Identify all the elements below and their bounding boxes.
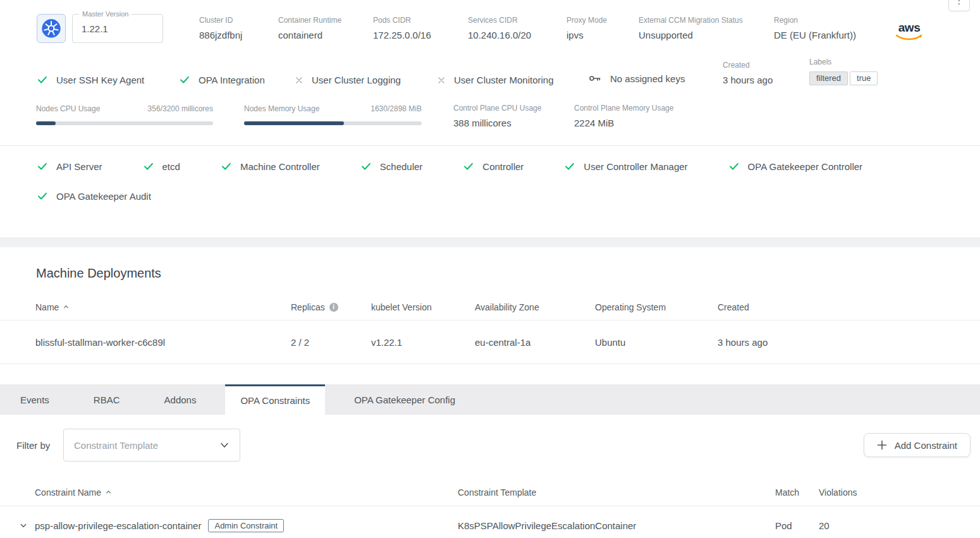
tab-label: OPA Constraints xyxy=(240,395,310,406)
meta-label: Proxy Mode xyxy=(567,16,639,24)
column-header-violations: Violations xyxy=(819,487,980,498)
constraint-match: Pod xyxy=(775,520,819,531)
tab-opa-gatekeeper-config[interactable]: OPA Gatekeeper Config xyxy=(339,384,470,415)
column-header-label: Operating System xyxy=(595,302,666,312)
column-header-replicas: Replicas i xyxy=(291,302,371,312)
meta-label: Cluster ID xyxy=(199,16,278,24)
master-version-value: 1.22.1 xyxy=(82,23,108,34)
check-icon xyxy=(564,161,575,172)
meta-label: External CCM Migration Status xyxy=(639,16,774,24)
meta-value: Unsupported xyxy=(639,30,774,40)
column-header-label: Availability Zone xyxy=(475,302,539,312)
label-chip-key: filtered xyxy=(809,71,848,85)
cluster-tabs: Events RBAC Addons OPA Constraints OPA G… xyxy=(0,384,980,415)
column-header-constraint-template: Constraint Template xyxy=(458,487,775,498)
machine-deployments-header: Name Replicas i kubelet Version Availabi… xyxy=(0,294,980,321)
status-etcd: etcd xyxy=(143,161,180,172)
check-icon xyxy=(37,190,48,202)
status-label: API Server xyxy=(56,161,102,172)
constraint-row[interactable]: psp-allow-privilege-escalation-container… xyxy=(0,506,980,538)
admin-constraint-badge: Admin Constraint xyxy=(208,519,284,532)
check-icon xyxy=(179,74,190,85)
kubernetes-logo-icon xyxy=(37,14,66,43)
machine-deployments-title: Machine Deployments xyxy=(0,247,980,281)
feature-ssh-key-agent: User SSH Key Agent xyxy=(37,74,179,85)
column-header-label: Constraint Name xyxy=(35,487,101,498)
column-header-availability-zone: Availability Zone xyxy=(475,302,595,312)
progress-bar xyxy=(244,121,422,125)
master-version-field[interactable]: Master Version 1.22.1 xyxy=(37,14,199,43)
meta-value: DE (EU (Frankfurt)) xyxy=(774,30,893,40)
feature-opa-integration: OPA Integration xyxy=(179,74,295,85)
ssh-keys-status[interactable]: No assigned keys xyxy=(588,71,723,85)
progress-bar-fill xyxy=(244,121,344,125)
chevron-down-icon xyxy=(218,439,231,451)
column-header-label: Replicas xyxy=(291,302,325,312)
feature-user-cluster-logging: User Cluster Logging xyxy=(295,75,437,85)
constraints-filter-row: Filter by Constraint Template Add Constr… xyxy=(0,415,980,462)
nodes-cpu-gauge: Nodes CPU Usage 356/3200 millicores xyxy=(36,104,213,128)
progress-bar-fill xyxy=(36,121,56,125)
gauge-label: Nodes CPU Usage xyxy=(36,104,100,113)
constraint-template-select[interactable]: Constraint Template xyxy=(63,429,240,462)
status-controller: Controller xyxy=(463,161,524,172)
tab-rbac[interactable]: RBAC xyxy=(78,384,135,415)
meta-region: Region DE (EU (Frankfurt)) xyxy=(774,16,893,40)
meta-value: containerd xyxy=(278,30,373,40)
progress-bar xyxy=(36,121,213,125)
created-label: Created xyxy=(723,61,809,69)
column-header-label: Created xyxy=(718,302,749,312)
add-constraint-label: Add Constraint xyxy=(895,440,957,451)
gauge-value: 356/3200 millicores xyxy=(148,104,213,113)
column-header-constraint-name[interactable]: Constraint Name xyxy=(35,487,458,498)
machine-deployment-row[interactable]: blissful-stallman-worker-c6c89l 2 / 2 v1… xyxy=(0,321,980,364)
status-label: OPA Gatekeeper Controller xyxy=(748,161,862,172)
plus-icon xyxy=(877,440,887,450)
master-version-box: Master Version 1.22.1 xyxy=(72,14,163,43)
tab-label: RBAC xyxy=(94,394,120,405)
gauge-value: 1630/2898 MiB xyxy=(371,104,422,113)
check-icon xyxy=(221,161,232,172)
master-version-label: Master Version xyxy=(79,10,132,18)
constraint-name: psp-allow-privilege-escalation-container xyxy=(35,520,201,531)
tab-label: OPA Gatekeeper Config xyxy=(354,394,455,405)
status-label: Machine Controller xyxy=(240,161,320,172)
meta-label: Pods CIDR xyxy=(373,16,468,24)
meta-value: 886jzdfbnj xyxy=(199,30,278,40)
status-user-controller-manager: User Controller Manager xyxy=(564,161,687,172)
opa-constraints-panel: Filter by Constraint Template Add Constr… xyxy=(0,415,980,538)
column-header-name[interactable]: Name xyxy=(35,302,291,312)
tab-opa-constraints[interactable]: OPA Constraints xyxy=(225,384,325,415)
label-chip-value: true xyxy=(850,71,878,85)
control-plane-status-row: API Server etcd Machine Controller Sched… xyxy=(0,146,980,202)
stat-label: Control Plane CPU Usage xyxy=(453,104,574,112)
check-icon xyxy=(463,161,474,172)
expand-row-chevron-down-icon[interactable] xyxy=(11,520,35,531)
aws-smile-icon xyxy=(895,34,924,41)
feature-label: User SSH Key Agent xyxy=(56,75,144,85)
labels-block: Labels filtered true xyxy=(809,58,878,85)
meta-value: 172.25.0.0/16 xyxy=(373,30,468,40)
cluster-menu-button[interactable]: ⋮ xyxy=(948,0,970,11)
status-scheduler: Scheduler xyxy=(360,161,423,172)
meta-proxy-mode: Proxy Mode ipvs xyxy=(567,16,639,40)
column-header-kubelet-version: kubelet Version xyxy=(371,302,475,312)
column-header-created: Created xyxy=(718,302,980,312)
status-opa-gatekeeper-controller: OPA Gatekeeper Controller xyxy=(728,161,862,172)
tab-addons[interactable]: Addons xyxy=(149,384,212,415)
created-block: Created 3 hours ago xyxy=(723,61,809,85)
md-operating-system: Ubuntu xyxy=(595,337,718,348)
meta-container-runtime: Container Runtime containerd xyxy=(278,16,373,40)
tab-events[interactable]: Events xyxy=(5,384,64,415)
add-constraint-button[interactable]: Add Constraint xyxy=(864,433,971,457)
meta-value: ipvs xyxy=(567,30,639,40)
info-icon[interactable]: i xyxy=(329,303,338,312)
select-placeholder: Constraint Template xyxy=(74,440,158,451)
md-kubelet-version: v1.22.1 xyxy=(371,337,475,348)
tab-label: Addons xyxy=(164,394,197,405)
sort-up-icon xyxy=(105,489,112,496)
meta-ccm-migration-status: External CCM Migration Status Unsupporte… xyxy=(639,16,774,40)
cluster-overview-panel: ⋮ Ma xyxy=(0,0,980,238)
cluster-features-row: User SSH Key Agent OPA Integration User … xyxy=(0,43,980,85)
more-vertical-icon: ⋮ xyxy=(955,0,964,6)
